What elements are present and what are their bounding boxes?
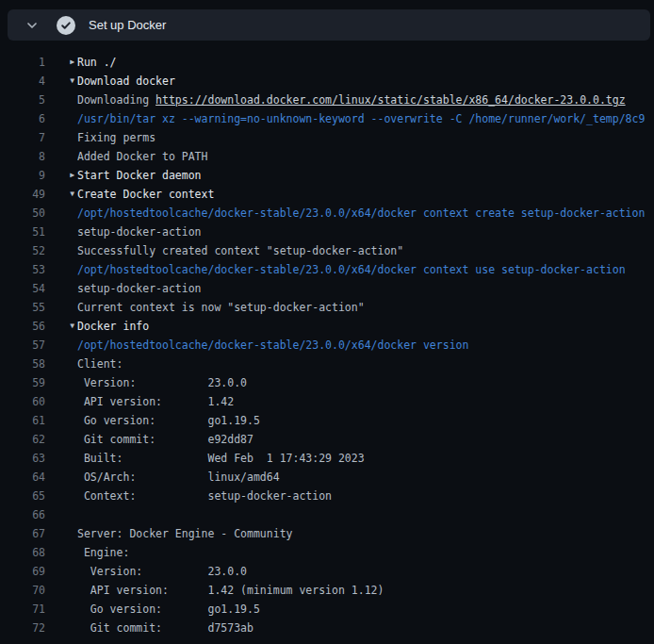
- line-number[interactable]: 68: [0, 543, 45, 562]
- line-number[interactable]: 65: [0, 487, 45, 505]
- log-text: [77, 505, 654, 524]
- log-row: 68 Engine:: [0, 543, 654, 562]
- line-number[interactable]: 55: [0, 298, 45, 317]
- line-number[interactable]: 70: [0, 581, 45, 600]
- log-row: 52Successfully created context "setup-do…: [0, 241, 654, 260]
- expander-slot: [45, 298, 77, 317]
- triangle-down-icon[interactable]: ▼: [70, 317, 74, 336]
- line-number[interactable]: 51: [0, 223, 45, 241]
- log-text: setup-docker-action: [77, 223, 654, 241]
- line-number[interactable]: 53: [0, 260, 45, 279]
- line-number[interactable]: 50: [0, 204, 45, 223]
- check-circle-icon: [57, 16, 75, 35]
- log-row: 50/opt/hostedtoolcache/docker-stable/23.…: [0, 204, 654, 223]
- log-row[interactable]: 4▼Download docker: [0, 72, 654, 91]
- log-row: 70 API version: 1.42 (minimum version 1.…: [0, 581, 654, 600]
- expander-slot: [45, 524, 77, 543]
- log-row: 66: [0, 505, 654, 524]
- log-row: 67Server: Docker Engine - Community: [0, 524, 654, 543]
- line-number[interactable]: 58: [0, 355, 45, 373]
- expander-slot: [45, 204, 77, 223]
- expander-slot: ▶: [45, 166, 77, 185]
- log-row[interactable]: 9▶Start Docker daemon: [0, 166, 654, 185]
- expander-slot: [45, 109, 77, 128]
- chevron-down-icon[interactable]: [25, 18, 40, 33]
- log-row: 64 OS/Arch: linux/amd64: [0, 468, 654, 487]
- log-row: 5Downloading https://download.docker.com…: [0, 91, 654, 109]
- log-row[interactable]: 49▼Create Docker context: [0, 185, 654, 204]
- line-number[interactable]: 62: [0, 430, 45, 449]
- log-row: 61 Go version: go1.19.5: [0, 411, 654, 430]
- expander-slot: [45, 241, 77, 260]
- step-title: Set up Docker: [89, 18, 166, 32]
- group-title: Docker info: [77, 317, 654, 336]
- line-number[interactable]: 61: [0, 411, 45, 430]
- log-text: Built: Wed Feb 1 17:43:29 2023: [77, 449, 654, 468]
- line-number[interactable]: 1: [0, 53, 45, 72]
- line-number[interactable]: 7: [0, 128, 45, 147]
- log-text: Context: setup-docker-action: [77, 487, 654, 505]
- line-number[interactable]: 6: [0, 109, 45, 128]
- log-text: Successfully created context "setup-dock…: [77, 241, 654, 260]
- line-number[interactable]: 49: [0, 185, 45, 204]
- expander-slot: [45, 355, 77, 373]
- log-text: API version: 1.42: [77, 392, 654, 411]
- line-number[interactable]: 72: [0, 619, 45, 637]
- triangle-right-icon[interactable]: ▶: [70, 53, 74, 72]
- step-header[interactable]: Set up Docker: [8, 9, 650, 41]
- line-number[interactable]: 67: [0, 524, 45, 543]
- log-text: Current context is now "setup-docker-act…: [77, 298, 654, 317]
- line-number[interactable]: 56: [0, 317, 45, 336]
- line-number[interactable]: 8: [0, 147, 45, 166]
- expander-slot: [45, 543, 77, 562]
- line-number[interactable]: 60: [0, 392, 45, 411]
- line-number[interactable]: 63: [0, 449, 45, 468]
- expander-slot: ▼: [45, 185, 77, 204]
- log-text: Go version: go1.19.5: [77, 600, 654, 619]
- log-row[interactable]: 1▶Run ./: [0, 53, 654, 72]
- expander-slot: [45, 392, 77, 411]
- log-row: 63 Built: Wed Feb 1 17:43:29 2023: [0, 449, 654, 468]
- log-row: 55Current context is now "setup-docker-a…: [0, 298, 654, 317]
- expander-slot: [45, 449, 77, 468]
- line-number[interactable]: 71: [0, 600, 45, 619]
- expander-slot: [45, 260, 77, 279]
- line-number[interactable]: 4: [0, 72, 45, 91]
- log-link[interactable]: https://download.docker.com/linux/static…: [155, 93, 626, 107]
- line-number[interactable]: 52: [0, 241, 45, 260]
- log-text: Fixing perms: [77, 128, 654, 147]
- triangle-down-icon[interactable]: ▼: [70, 72, 74, 91]
- group-title: Start Docker daemon: [77, 166, 654, 185]
- expander-slot: [45, 147, 77, 166]
- line-number[interactable]: 5: [0, 91, 45, 109]
- line-number[interactable]: 66: [0, 505, 45, 524]
- line-number[interactable]: 69: [0, 562, 45, 581]
- log-text: Server: Docker Engine - Community: [77, 524, 654, 543]
- log-text: Version: 23.0.0: [77, 373, 654, 392]
- line-number[interactable]: 54: [0, 279, 45, 298]
- log-text: API version: 1.42 (minimum version 1.12): [77, 581, 654, 600]
- log-text: Downloading: [77, 93, 155, 107]
- log-row: 51setup-docker-action: [0, 223, 654, 241]
- expander-slot: [45, 91, 77, 109]
- log-text: setup-docker-action: [77, 279, 654, 298]
- expander-slot: [45, 336, 77, 355]
- log-row: 53/opt/hostedtoolcache/docker-stable/23.…: [0, 260, 654, 279]
- log-row: 54setup-docker-action: [0, 279, 654, 298]
- expander-slot: [45, 619, 77, 637]
- log-row: 60 API version: 1.42: [0, 392, 654, 411]
- log-row: 65 Context: setup-docker-action: [0, 487, 654, 505]
- log-text: Go version: go1.19.5: [77, 411, 654, 430]
- triangle-right-icon[interactable]: ▶: [70, 166, 74, 185]
- expander-slot: ▼: [45, 72, 77, 91]
- line-number[interactable]: 64: [0, 468, 45, 487]
- line-number[interactable]: 57: [0, 336, 45, 355]
- expander-slot: [45, 562, 77, 581]
- expander-slot: [45, 430, 77, 449]
- log-rows: 1▶Run ./4▼Download docker5Downloading ht…: [0, 41, 654, 637]
- line-number[interactable]: 59: [0, 373, 45, 392]
- line-number[interactable]: 9: [0, 166, 45, 185]
- triangle-down-icon[interactable]: ▼: [70, 185, 74, 204]
- log-text: Engine:: [77, 543, 654, 562]
- log-row[interactable]: 56▼Docker info: [0, 317, 654, 336]
